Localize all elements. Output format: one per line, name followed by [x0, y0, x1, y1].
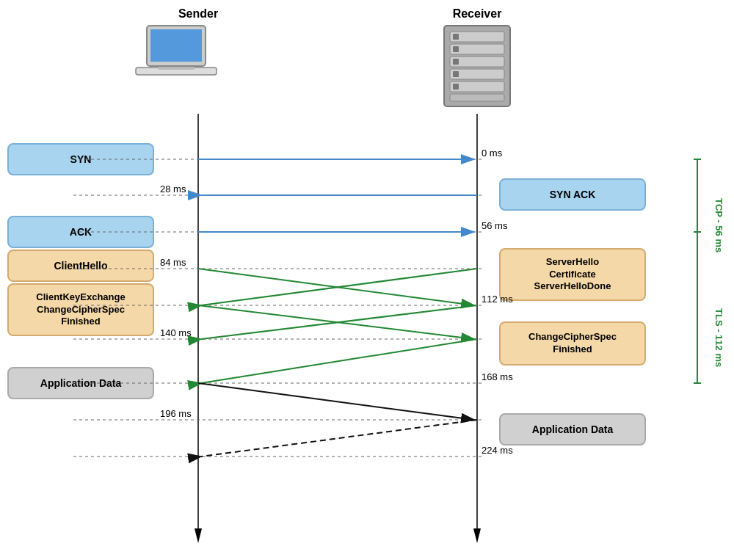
svg-marker-26: [473, 528, 481, 543]
svg-rect-22: [450, 94, 504, 101]
svg-rect-17: [453, 59, 459, 65]
time-140ms: 140 ms: [160, 327, 192, 338]
svg-rect-8: [150, 29, 202, 62]
tls-bracket-label: TLS - 112 ms: [713, 308, 724, 367]
time-0ms: 0 ms: [482, 148, 503, 159]
time-196ms: 196 ms: [160, 408, 192, 419]
tcp-bracket-label: TCP - 56 ms: [713, 198, 724, 252]
svg-line-45: [201, 420, 477, 457]
svg-rect-10: [158, 67, 195, 70]
svg-marker-25: [195, 528, 202, 543]
svg-rect-21: [453, 84, 459, 90]
svg-line-44: [198, 383, 474, 420]
time-112ms: 112 ms: [482, 294, 513, 305]
svg-line-43: [201, 339, 477, 383]
svg-rect-15: [453, 46, 459, 52]
time-168ms: 168 ms: [482, 371, 513, 382]
svg-rect-13: [453, 34, 459, 40]
time-84ms: 84 ms: [160, 257, 186, 268]
time-28ms: 28 ms: [160, 183, 186, 194]
svg-rect-19: [453, 71, 459, 77]
time-56ms: 56 ms: [482, 220, 508, 231]
diagram-svg: 0 ms 28 ms 56 ms 84 ms 112 ms 140 ms 168…: [0, 0, 734, 560]
time-224ms: 224 ms: [482, 445, 513, 456]
sequence-diagram: Sender Receiver SYN ACK ClientHello Clie…: [0, 0, 734, 560]
